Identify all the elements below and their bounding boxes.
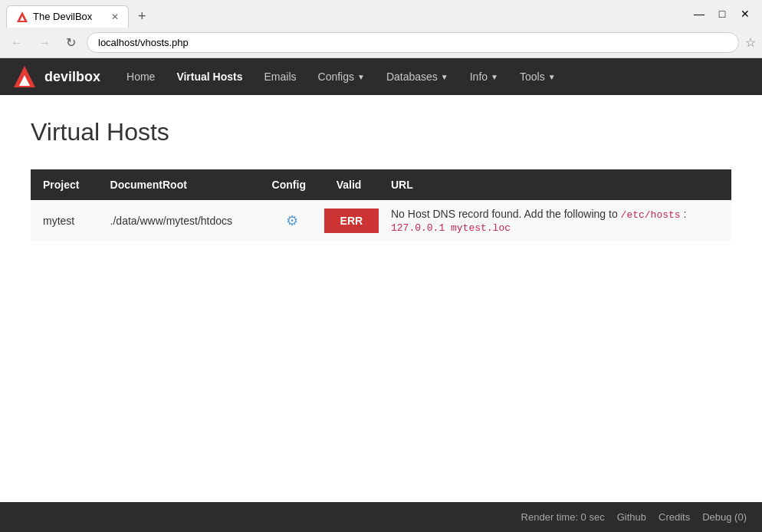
navbar-brand[interactable]: devilbox <box>12 64 100 89</box>
refresh-button[interactable]: ↻ <box>61 32 80 53</box>
configs-dropdown-arrow: ▼ <box>357 73 365 81</box>
nav-configs[interactable]: Configs▼ <box>307 60 376 94</box>
brand-name: devilbox <box>44 69 100 85</box>
col-project: Project <box>31 169 98 200</box>
url-separator: : <box>684 208 687 220</box>
brand-logo-icon <box>12 64 37 89</box>
col-valid: Valid <box>324 169 379 200</box>
tab-close-button[interactable]: ✕ <box>111 11 119 22</box>
cell-valid: ERR <box>324 200 379 241</box>
minimize-button[interactable]: — <box>688 3 710 25</box>
back-button[interactable]: ← <box>6 33 28 53</box>
maximize-button[interactable]: □ <box>711 3 733 25</box>
col-url: URL <box>379 169 731 200</box>
vhosts-table: Project DocumentRoot Config Valid URL my… <box>31 169 731 241</box>
nav-home[interactable]: Home <box>116 60 166 94</box>
url-message-text: No Host DNS record found. Add the follow… <box>391 208 618 220</box>
credits-link[interactable]: Credits <box>659 511 690 523</box>
cell-project: mytest <box>31 200 98 241</box>
table-row: mytest ./data/www/mytest/htdocs ⚙ ERR No… <box>31 200 731 241</box>
close-button[interactable]: ✕ <box>734 3 756 25</box>
databases-dropdown-arrow: ▼ <box>441 73 448 81</box>
table-header: Project DocumentRoot Config Valid URL <box>31 169 731 200</box>
info-dropdown-arrow: ▼ <box>491 73 498 81</box>
table-body: mytest ./data/www/mytest/htdocs ⚙ ERR No… <box>31 200 731 241</box>
nav-virtual-hosts[interactable]: Virtual Hosts <box>166 60 253 94</box>
cell-config: ⚙ <box>260 200 324 241</box>
nav-tools[interactable]: Tools▼ <box>509 60 567 94</box>
url-entry: 127.0.0.1 mytest.loc <box>391 222 511 234</box>
documentroot-link[interactable]: www/mytest/htdocs <box>140 215 232 227</box>
nav-emails[interactable]: Emails <box>254 60 307 94</box>
nav-info[interactable]: Info▼ <box>459 60 509 94</box>
page-footer: Render time: 0 sec Github Credits Debug … <box>0 502 762 532</box>
tab-favicon <box>16 11 28 23</box>
browser-tab[interactable]: The DevilBox ✕ <box>6 5 129 28</box>
bookmark-button[interactable]: ☆ <box>745 35 756 50</box>
config-gear-icon[interactable]: ⚙ <box>286 213 298 228</box>
forward-button[interactable]: → <box>34 33 55 53</box>
cell-documentroot: ./data/www/mytest/htdocs <box>98 200 260 241</box>
tab-title: The DevilBox <box>33 11 107 22</box>
valid-error-badge: ERR <box>324 209 379 233</box>
col-config: Config <box>260 169 324 200</box>
address-bar-input[interactable] <box>87 32 739 53</box>
documentroot-prefix: ./data/ <box>110 215 140 227</box>
cell-url: No Host DNS record found. Add the follow… <box>379 200 731 241</box>
col-documentroot: DocumentRoot <box>98 169 260 200</box>
navbar: devilbox Home Virtual Hosts Emails Confi… <box>0 58 762 95</box>
debug-link[interactable]: Debug (0) <box>702 511 747 523</box>
nav-databases[interactable]: Databases▼ <box>376 60 459 94</box>
github-link[interactable]: Github <box>617 511 646 523</box>
render-time: Render time: 0 sec <box>521 511 605 523</box>
tools-dropdown-arrow: ▼ <box>548 73 556 81</box>
new-tab-button[interactable]: + <box>132 5 153 28</box>
page-content: Virtual Hosts Project DocumentRoot Confi… <box>0 95 762 502</box>
page-title: Virtual Hosts <box>31 118 731 146</box>
url-hosts-path: /etc/hosts <box>621 209 681 221</box>
